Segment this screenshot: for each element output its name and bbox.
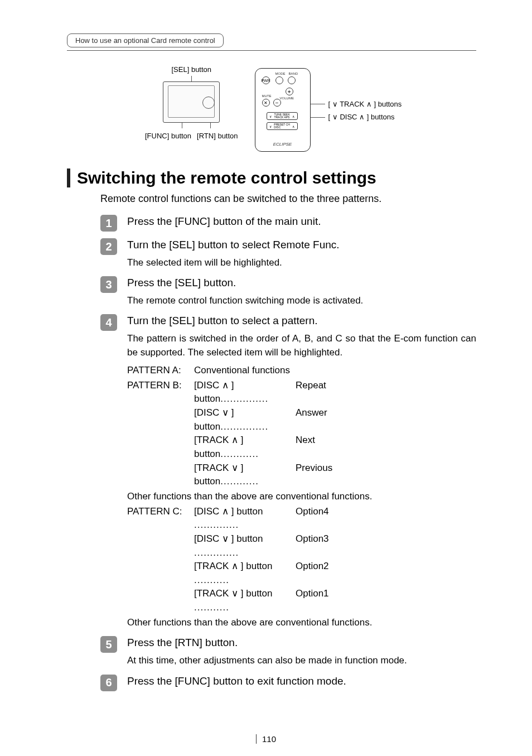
- step-4-sub: The pattern is switched in the order of …: [127, 332, 476, 359]
- step-number-badge: 6: [100, 675, 117, 691]
- disc-buttons-callout: [ ∨ DISC ∧ ] buttons: [328, 110, 395, 123]
- pattern-b: PATTERN B: [DISC ∧ ] button.............…: [127, 379, 476, 489]
- divider: [67, 50, 476, 51]
- step-number-badge: 3: [100, 276, 117, 293]
- track-buttons-callout: [ ∨ TRACK ∧ ] buttons: [328, 98, 402, 110]
- callout-line: [191, 76, 192, 81]
- step-2-sub: The selected item will be highlighted.: [127, 256, 340, 270]
- main-unit-drawing: [163, 81, 220, 123]
- step-2-head: Turn the [SEL] button to select Remote F…: [127, 237, 340, 253]
- step-6-head: Press the [FUNC] button to exit function…: [127, 673, 346, 689]
- step-number-badge: 4: [100, 314, 117, 331]
- pattern-b-act-0: Repeat: [296, 379, 326, 406]
- main-unit-figure: [SEL] button [FUNC] button [RTN] button: [145, 65, 238, 140]
- remote-logo: ECLIPSE: [255, 142, 310, 147]
- knob-icon: [202, 97, 215, 109]
- breadcrumb-text: How to use an optional Card remote contr…: [75, 36, 215, 45]
- pattern-c-btn-0: [DISC ∧ ] button: [194, 506, 263, 517]
- pattern-c-act-2: Option2: [296, 560, 329, 587]
- pattern-b-act-3: Previous: [296, 461, 332, 489]
- pattern-c-btn-3: [TRACK ∨ ] button: [194, 588, 273, 599]
- pattern-c-btn-1: [DISC ∨ ] button: [194, 533, 263, 544]
- pattern-a-label: PATTERN A:: [127, 364, 194, 378]
- step-5-head: Press the [RTN] button.: [127, 635, 407, 651]
- rtn-button-label: [RTN] button: [197, 132, 238, 140]
- page-number: 110: [256, 734, 276, 744]
- pattern-b-act-1: Answer: [296, 406, 327, 434]
- pattern-b-act-2: Next: [296, 434, 315, 461]
- callout-line: [182, 123, 182, 128]
- breadcrumb: How to use an optional Card remote contr…: [67, 33, 224, 47]
- step-1-head: Press the [FUNC] button of the main unit…: [127, 214, 321, 229]
- step-number-badge: 2: [100, 238, 117, 255]
- step-3-head: Press the [SEL] button.: [127, 275, 363, 291]
- step-5: 5 Press the [RTN] button. At this time, …: [100, 635, 476, 667]
- step-4-head: Turn the [SEL] button to select a patter…: [127, 313, 476, 329]
- pattern-a-desc: Conventional functions: [194, 364, 290, 378]
- pattern-c-act-3: Option1: [296, 587, 329, 614]
- step-4: 4 Turn the [SEL] button to select a patt…: [100, 313, 476, 629]
- step-number-badge: 1: [100, 215, 117, 232]
- sel-button-label: [SEL] button: [172, 65, 212, 74]
- step-3-sub: The remote control function switching mo…: [127, 294, 363, 308]
- pattern-c-label: PATTERN C:: [127, 505, 194, 532]
- pattern-c-act-0: Option4: [296, 505, 329, 532]
- section-title: Switching the remote control settings: [67, 168, 476, 187]
- step-2: 2 Turn the [SEL] button to select Remote…: [100, 237, 476, 269]
- pattern-c-btn-2: [TRACK ∧ ] button: [194, 561, 273, 571]
- pattern-c: PATTERN C: [DISC ∧ ] button ............…: [127, 505, 476, 615]
- remote-drawing: MODE BAND PWR + MUTE ✕ VOLUME − ∨TUNE SE…: [255, 68, 311, 152]
- func-button-label: [FUNC] button: [145, 132, 191, 140]
- intro-text: Remote control functions can be switched…: [100, 193, 476, 205]
- pattern-c-other: Other functions than the above are conve…: [127, 616, 476, 630]
- step-3: 3 Press the [SEL] button. The remote con…: [100, 275, 476, 307]
- figure-block: [SEL] button [FUNC] button [RTN] button …: [145, 65, 476, 152]
- step-5-sub: At this time, other adjustments can also…: [127, 654, 407, 668]
- pattern-a: PATTERN A: Conventional functions: [127, 364, 476, 378]
- callout-line: [210, 123, 211, 128]
- pattern-b-other: Other functions than the above are conve…: [127, 490, 476, 504]
- step-number-badge: 5: [100, 636, 117, 653]
- pattern-b-label: PATTERN B:: [127, 379, 194, 406]
- step-1: 1 Press the [FUNC] button of the main un…: [100, 214, 476, 232]
- step-6: 6 Press the [FUNC] button to exit functi…: [100, 673, 476, 691]
- pattern-c-act-1: Option3: [296, 532, 329, 560]
